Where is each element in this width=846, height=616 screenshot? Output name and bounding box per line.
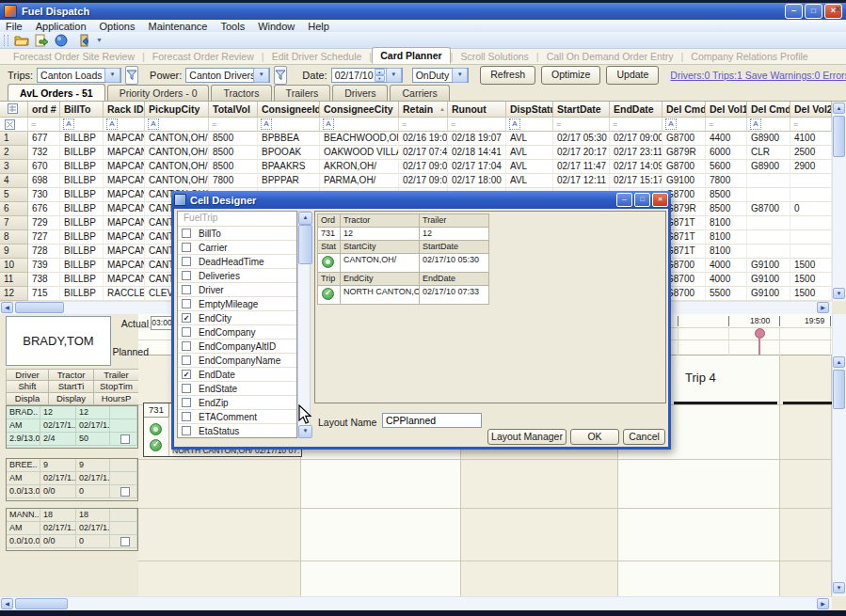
dialog-close-button[interactable] bbox=[652, 193, 668, 207]
doc-tab[interactable]: Company Relations Profile bbox=[683, 49, 815, 64]
driver-header-cell[interactable]: Displa bbox=[6, 393, 49, 405]
driver-card-checkbox[interactable] bbox=[120, 434, 130, 444]
field-checklist-item[interactable]: Carrier bbox=[178, 241, 296, 255]
grid-scroll-left-icon[interactable]: ◀ bbox=[1, 302, 13, 313]
field-checklist-item[interactable]: DeadHeadTime bbox=[178, 255, 296, 269]
status-link[interactable]: Drivers:0 Trips:1 Save Warnings:0 Errors… bbox=[670, 70, 846, 81]
driver-card[interactable]: BREE..99AM02/17/1..02/17/1..0.0/13.00/00 bbox=[6, 458, 138, 501]
cancel-button[interactable]: Cancel bbox=[623, 429, 665, 445]
update-button[interactable]: Update bbox=[606, 66, 659, 85]
minimize-button[interactable] bbox=[785, 4, 803, 19]
power-dropdown-icon[interactable] bbox=[253, 68, 269, 83]
field-checklist-item[interactable]: EtaStatus bbox=[178, 424, 296, 438]
planner-scroll-thumb[interactable] bbox=[833, 370, 845, 409]
filter-cell[interactable] bbox=[320, 118, 399, 132]
optimize-button[interactable]: Optimize bbox=[541, 66, 600, 85]
column-header[interactable]: Del Vol1 bbox=[706, 102, 747, 118]
field-checklist-item[interactable]: EndCompanyName bbox=[178, 354, 296, 368]
field-checkbox[interactable] bbox=[182, 426, 191, 435]
field-checkbox[interactable] bbox=[182, 370, 191, 379]
filter-cell[interactable] bbox=[258, 118, 320, 132]
filter-cell[interactable] bbox=[145, 118, 209, 132]
driver-name-box[interactable]: BRADY,TOM bbox=[6, 316, 111, 366]
column-header[interactable]: PickupCity bbox=[145, 102, 209, 118]
table-row[interactable]: 4698BILLBPMAPCANCANTON,OH/7800BPPPARPARM… bbox=[0, 174, 832, 188]
trips-combobox[interactable]: Canton Loads bbox=[37, 68, 121, 83]
date-field[interactable]: 02/17/10 ▲▼ bbox=[331, 68, 403, 83]
menu-item-file[interactable]: File bbox=[6, 21, 23, 32]
menu-item-application[interactable]: Application bbox=[36, 21, 87, 32]
field-checkbox[interactable] bbox=[182, 341, 191, 351]
grid-scroll-right-icon[interactable]: ▶ bbox=[817, 302, 829, 313]
planner-scroll-left-icon[interactable]: ◀ bbox=[1, 598, 13, 609]
date-spinner[interactable]: ▲▼ bbox=[375, 69, 385, 82]
export-icon[interactable] bbox=[33, 33, 50, 47]
help-icon[interactable] bbox=[53, 33, 70, 47]
filter-cell[interactable] bbox=[790, 118, 832, 132]
grid-scroll-down-icon[interactable]: ▼ bbox=[833, 288, 845, 299]
planner-hscroll-thumb[interactable] bbox=[15, 598, 68, 609]
planner-scroll-up-icon[interactable]: ▲ bbox=[833, 356, 845, 368]
doc-tab[interactable]: Forecast Order Review bbox=[145, 49, 262, 64]
column-header[interactable]: TotalVol bbox=[209, 102, 258, 118]
field-checklist-item[interactable]: EndZip bbox=[178, 396, 296, 410]
layout-manager-button[interactable]: Layout Manager bbox=[487, 429, 567, 445]
column-header[interactable]: ConsigneeId bbox=[258, 102, 320, 118]
menu-item-help[interactable]: Help bbox=[308, 21, 329, 32]
field-checkbox[interactable] bbox=[182, 384, 191, 393]
field-checkbox[interactable] bbox=[182, 299, 191, 308]
field-checklist-item[interactable]: ETAComment bbox=[178, 410, 296, 424]
filter-row-button[interactable] bbox=[0, 118, 28, 132]
driver-card[interactable]: MANN..1818AM02/17/1..02/17/1..0.0/10.00/… bbox=[6, 508, 138, 551]
doc-tab[interactable]: Edit Driver Schedule bbox=[264, 49, 370, 64]
duty-dropdown-icon[interactable] bbox=[452, 68, 468, 83]
sub-tab[interactable]: Drivers bbox=[332, 85, 388, 101]
doc-tab[interactable]: Call On Demand Order Entry bbox=[539, 49, 681, 64]
menu-item-tools[interactable]: Tools bbox=[220, 21, 245, 32]
table-row[interactable]: 2732BILLBPMAPCANCANTON,OH/8500BPOOAKOAKW… bbox=[0, 146, 832, 160]
dialog-minimize-button[interactable] bbox=[616, 193, 632, 207]
field-checklist-item[interactable]: EndCompanyAltID bbox=[178, 340, 296, 354]
date-dropdown-icon[interactable] bbox=[386, 68, 402, 83]
exit-icon[interactable] bbox=[72, 33, 89, 47]
trip-duration-bar[interactable] bbox=[674, 402, 777, 404]
filter-cell[interactable] bbox=[28, 118, 60, 132]
filter-cell[interactable] bbox=[506, 118, 553, 132]
column-header[interactable]: ord # bbox=[28, 102, 60, 118]
driver-header-cell[interactable]: HoursP bbox=[94, 393, 139, 405]
field-checklist-item[interactable]: EmptyMileage bbox=[178, 297, 296, 311]
sub-tab[interactable]: Tractors bbox=[211, 85, 271, 101]
filter-cell[interactable] bbox=[706, 118, 747, 132]
driver-header-cell[interactable]: Driver bbox=[6, 369, 49, 381]
power-combobox[interactable]: Canton Drivers bbox=[185, 68, 270, 83]
column-header[interactable]: Del Cmd1 bbox=[662, 102, 706, 118]
column-header[interactable]: StartDate bbox=[553, 102, 610, 118]
trip-duration-bar[interactable] bbox=[783, 402, 832, 404]
menu-item-window[interactable]: Window bbox=[258, 21, 295, 32]
field-checklist-item[interactable]: EndDate bbox=[178, 368, 296, 382]
filter-cell[interactable] bbox=[610, 118, 662, 132]
field-checklist-item[interactable]: EndCity bbox=[178, 311, 296, 325]
field-checklist-item[interactable]: Deliveries bbox=[178, 269, 296, 283]
field-checkbox[interactable] bbox=[182, 271, 191, 280]
sub-tab[interactable]: Carriers bbox=[390, 85, 449, 101]
column-header[interactable]: Del Cmd2 bbox=[747, 102, 790, 118]
filter-cell[interactable] bbox=[662, 118, 706, 132]
trips-dropdown-icon[interactable] bbox=[104, 68, 120, 83]
driver-card-checkbox[interactable] bbox=[120, 487, 130, 497]
field-checklist-item[interactable]: Driver bbox=[178, 283, 296, 297]
checklist-scroll-up-icon[interactable]: ▲ bbox=[298, 212, 312, 225]
filter-cell[interactable] bbox=[553, 118, 610, 132]
filter-cell[interactable] bbox=[209, 118, 258, 132]
column-header[interactable]: Runout bbox=[448, 102, 506, 118]
field-checkbox[interactable] bbox=[182, 257, 191, 266]
column-header[interactable]: Del Vol2 bbox=[790, 102, 832, 118]
field-checkbox[interactable] bbox=[182, 355, 191, 365]
ok-button[interactable]: OK bbox=[570, 429, 619, 445]
toolbar-grip[interactable] bbox=[4, 35, 8, 46]
column-header[interactable]: EndDate bbox=[610, 102, 662, 118]
restore-button[interactable] bbox=[805, 4, 822, 19]
column-header[interactable]: ConsigneeCity bbox=[320, 102, 399, 118]
grid-scroll-thumb[interactable] bbox=[833, 116, 845, 157]
column-header[interactable]: BillTo bbox=[60, 102, 104, 118]
